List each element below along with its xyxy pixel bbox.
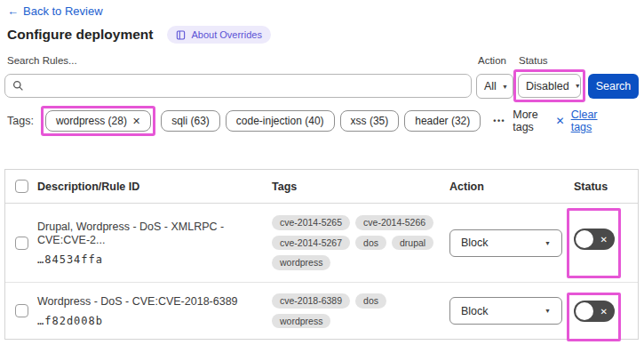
action-label: Action [478,55,506,66]
search-rules-box [4,74,472,98]
page-header: Configure deployment About Overrides [7,26,271,44]
row-checkbox[interactable] [15,237,28,250]
chevron-down-icon: ▼ [575,83,581,89]
back-arrow-icon: ← [7,4,19,18]
rule-tag: wordpress [272,314,330,329]
tags-bar: Tags: wordpress (28) ✕ sqli (63)code-inj… [7,106,639,136]
action-dropdown-value: All [484,80,497,92]
close-icon: ✕ [556,115,565,127]
toggle-off-icon: ✕ [600,307,608,317]
selected-tag-highlight-box: wordpress (28) ✕ [41,106,155,136]
rule-tag: dos [355,293,386,309]
remove-tag-icon[interactable]: ✕ [132,116,140,127]
more-tags-button[interactable]: ••• More tags [493,108,550,133]
rule-description: Drupal, Wordpress - DoS - XMLRPC - CVE:C… [37,221,261,247]
tag-pill-label: wordpress (28) [56,115,127,127]
about-overrides-badge[interactable]: About Overrides [167,26,270,44]
search-button[interactable]: Search [588,74,639,99]
tags-label: Tags: [7,115,34,127]
toggle-knob [576,230,593,248]
column-description: Description/Rule ID [37,180,272,193]
toggle-knob [576,302,593,320]
tag-pill-list: sqli (63)code-injection (40)xss (35)head… [161,110,481,132]
rule-tag: cve-2018-6389 [272,293,350,309]
search-icon [12,80,24,92]
more-tags-label: More tags [513,108,550,133]
table-row: Drupal, Wordpress - DoS - XMLRPC - CVE:C… [5,204,638,283]
search-rules-input[interactable] [29,80,464,92]
tag-pill[interactable]: header (32) [404,110,481,132]
tag-pill[interactable]: code-injection (40) [226,110,335,132]
back-link-label: Back to Review [23,4,103,18]
rule-tag: cve-2014-5265 [272,215,350,230]
table-header-row: Description/Rule ID Tags Action Status [5,170,638,204]
tag-pill[interactable]: sqli (63) [161,110,220,132]
rule-tags: cve-2014-5265cve-2014-5266cve-2014-5267d… [272,213,449,273]
tag-pill-wordpress[interactable]: wordpress (28) ✕ [45,110,151,132]
action-select[interactable]: Block ▼ [449,297,562,325]
column-status: Status [574,180,640,193]
book-icon [176,30,186,40]
rule-tag: wordpress [272,255,330,270]
column-tags: Tags [272,180,449,193]
action-select[interactable]: Block ▼ [449,229,562,257]
chevron-down-icon: ▼ [502,84,508,90]
status-dropdown[interactable]: Disabled ▼ [518,74,581,98]
rule-description: Wordpress - DoS - CVE:CVE-2018-6389 [37,295,261,309]
rule-tags: cve-2018-6389doswordpress [272,291,449,331]
rule-tag: dos [355,236,386,251]
select-all-checkbox[interactable] [15,180,28,193]
rule-id: …84534ffa [37,253,261,266]
status-dropdown-value: Disabled [526,80,569,92]
action-select-value: Block [461,305,489,317]
table-row: Wordpress - DoS - CVE:CVE-2018-6389 …f82… [5,283,638,339]
status-label: Status [519,55,548,66]
clear-tags-button[interactable]: ✕ Clear tags [556,108,610,133]
rule-tag: cve-2014-5266 [355,215,433,230]
action-dropdown[interactable]: All ▼ [476,74,513,99]
chevron-down-icon: ▼ [545,308,551,314]
clear-tags-label: Clear tags [571,108,610,133]
page-title: Configure deployment [7,27,153,43]
toggle-off-icon: ✕ [600,235,608,245]
column-action: Action [449,180,574,193]
status-toggle[interactable]: ✕ [574,301,615,322]
chevron-down-icon: ▼ [545,240,551,246]
rule-id: …f82d008b [37,315,261,327]
search-rules-label: Search Rules... [7,55,77,66]
status-toggle[interactable]: ✕ [574,229,615,250]
about-overrides-label: About Overrides [191,29,261,40]
rules-table: Description/Rule ID Tags Action Status D… [4,169,639,340]
status-highlight-box: Disabled ▼ [513,69,585,102]
action-select-value: Block [461,237,489,249]
rule-tag: drupal [392,236,433,251]
ellipsis-icon: ••• [493,116,505,125]
tag-pill[interactable]: xss (35) [340,110,400,132]
rule-tag: cve-2014-5267 [272,236,350,251]
row-checkbox[interactable] [15,304,28,317]
back-to-review-link[interactable]: ← Back to Review [7,4,103,18]
